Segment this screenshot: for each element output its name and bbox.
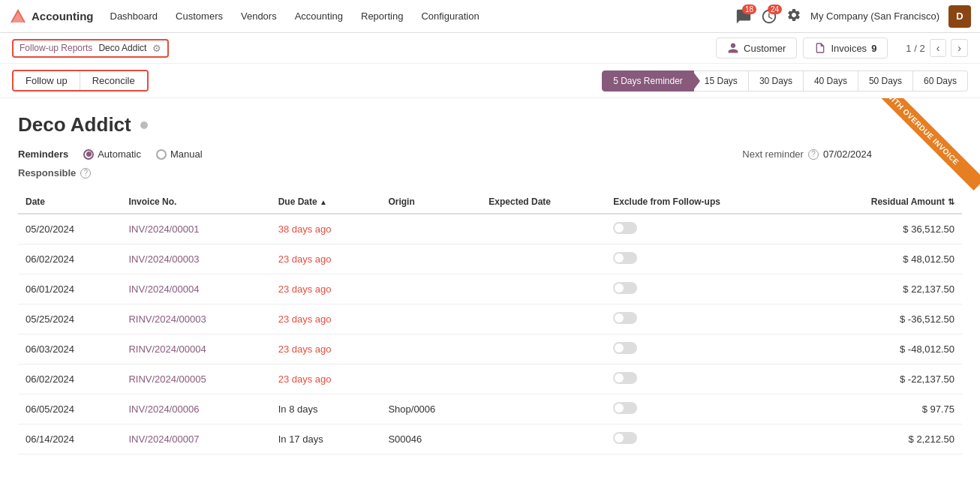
cell-origin: Shop/0006 [380, 394, 481, 424]
cell-date: 06/05/2024 [18, 394, 121, 424]
breadcrumb: Follow-up Reports Deco Addict ⚙ [12, 39, 169, 58]
exclude-toggle[interactable] [613, 402, 637, 414]
activities-button[interactable]: 24 [761, 8, 777, 25]
tab-15-days[interactable]: 15 Days [694, 70, 749, 92]
nav-vendors[interactable]: Vendors [233, 8, 284, 25]
cell-origin [380, 244, 481, 274]
col-date: Date [18, 190, 121, 214]
radio-automatic[interactable]: Automatic [83, 148, 141, 160]
cell-due-date: In 17 days [271, 424, 381, 454]
tab-50-days[interactable]: 50 Days [858, 70, 913, 92]
invoice-link[interactable]: RINV/2024/00004 [128, 344, 206, 355]
nav-accounting[interactable]: Accounting [287, 8, 350, 25]
invoices-button[interactable]: Invoices 9 [803, 38, 888, 58]
breadcrumb-parent-link[interactable]: Follow-up Reports [20, 43, 92, 53]
cell-invoice-no[interactable]: INV/2024/00001 [121, 214, 270, 244]
next-reminder-label: Next reminder [742, 148, 804, 160]
invoice-link[interactable]: INV/2024/00007 [128, 434, 199, 445]
exclude-toggle[interactable] [613, 222, 637, 234]
cell-date: 06/01/2024 [18, 274, 121, 304]
exclude-toggle[interactable] [613, 432, 637, 444]
cell-expected-date [481, 394, 606, 424]
customer-header: Deco Addict [18, 113, 962, 136]
cell-expected-date [481, 304, 606, 334]
gear-settings-icon[interactable]: ⚙ [152, 43, 161, 54]
nav-reporting[interactable]: Reporting [353, 8, 410, 25]
exclude-toggle[interactable] [613, 372, 637, 384]
cell-expected-date [481, 334, 606, 364]
cell-origin [380, 214, 481, 244]
exclude-toggle[interactable] [613, 252, 637, 264]
nav-dashboard[interactable]: Dashboard [103, 8, 166, 25]
help-icon-responsible[interactable]: ? [80, 168, 91, 178]
table-row: 06/05/2024 INV/2024/00006 In 8 days Shop… [18, 394, 962, 424]
cell-invoice-no[interactable]: RINV/2024/00004 [121, 334, 270, 364]
tab-40-days[interactable]: 40 Days [804, 70, 858, 92]
prev-page-button[interactable]: ‹ [930, 39, 947, 57]
table-row: 06/03/2024 RINV/2024/00004 23 days ago $… [18, 334, 962, 364]
col-origin: Origin [380, 190, 481, 214]
responsible-label: Responsible [18, 167, 76, 178]
cell-due-date: 23 days ago [271, 244, 381, 274]
cell-due-date: In 8 days [271, 394, 381, 424]
invoice-link[interactable]: RINV/2024/00003 [128, 314, 206, 325]
invoice-table: Date Invoice No. Due Date ▲ Origin Expec… [18, 190, 962, 454]
cell-invoice-no[interactable]: RINV/2024/00005 [121, 364, 270, 394]
col-expected-date: Expected Date [481, 190, 606, 214]
col-due-date[interactable]: Due Date ▲ [271, 190, 381, 214]
invoice-link[interactable]: INV/2024/00001 [128, 224, 199, 235]
person-icon [727, 42, 739, 54]
cell-exclude[interactable] [606, 334, 803, 364]
activities-badge: 24 [768, 4, 782, 14]
customer-button[interactable]: Customer [716, 38, 797, 58]
cell-exclude[interactable] [606, 214, 803, 244]
cell-residual: $ 22,137.50 [803, 274, 962, 304]
invoice-link[interactable]: INV/2024/00003 [128, 254, 199, 265]
table-row: 05/25/2024 RINV/2024/00003 23 days ago $… [18, 304, 962, 334]
app-logo[interactable]: Accounting [9, 8, 94, 26]
cell-invoice-no[interactable]: RINV/2024/00003 [121, 304, 270, 334]
invoice-icon [814, 42, 826, 54]
cell-exclude[interactable] [606, 424, 803, 454]
invoice-link[interactable]: INV/2024/00004 [128, 284, 199, 295]
top-nav: Accounting Dashboard Customers Vendors A… [0, 0, 980, 33]
table-row: 06/02/2024 RINV/2024/00005 23 days ago $… [18, 364, 962, 394]
messages-badge: 18 [742, 4, 756, 14]
cell-invoice-no[interactable]: INV/2024/00003 [121, 244, 270, 274]
reminders-row: Reminders Automatic Manual Next reminder… [18, 148, 962, 160]
nav-configuration[interactable]: Configuration [413, 8, 486, 25]
cell-residual: $ 97.75 [803, 394, 962, 424]
nav-customers[interactable]: Customers [168, 8, 230, 25]
col-exclude: Exclude from Follow-ups [606, 190, 803, 214]
cell-exclude[interactable] [606, 364, 803, 394]
follow-up-button[interactable]: Follow up [14, 71, 80, 90]
cell-exclude[interactable] [606, 304, 803, 334]
tab-30-days[interactable]: 30 Days [749, 70, 804, 92]
cell-due-date: 23 days ago [271, 334, 381, 364]
messages-button[interactable]: 18 [735, 8, 752, 25]
residual-sort-icon[interactable]: ⇅ [948, 197, 954, 207]
exclude-toggle[interactable] [613, 342, 637, 354]
cell-exclude[interactable] [606, 394, 803, 424]
cell-exclude[interactable] [606, 244, 803, 274]
reconcile-button[interactable]: Reconcile [80, 71, 147, 90]
settings-icon[interactable] [786, 8, 801, 25]
cell-date: 06/02/2024 [18, 244, 121, 274]
exclude-toggle[interactable] [613, 312, 637, 324]
avatar[interactable]: D [948, 5, 971, 28]
radio-manual[interactable]: Manual [156, 148, 203, 160]
cell-expected-date [481, 424, 606, 454]
invoice-link[interactable]: RINV/2024/00005 [128, 374, 206, 385]
cell-exclude[interactable] [606, 274, 803, 304]
tab-60-days[interactable]: 60 Days [913, 70, 968, 92]
next-page-button[interactable]: › [951, 39, 968, 57]
cell-invoice-no[interactable]: INV/2024/00004 [121, 274, 270, 304]
cell-invoice-no[interactable]: INV/2024/00006 [121, 394, 270, 424]
cell-invoice-no[interactable]: INV/2024/00007 [121, 424, 270, 454]
help-icon[interactable]: ? [808, 149, 819, 160]
reminder-tabs: 5 Days Reminder 15 Days 30 Days 40 Days … [602, 70, 968, 92]
invoice-link[interactable]: INV/2024/00006 [128, 404, 199, 415]
col-residual: Residual Amount ⇅ [803, 190, 962, 214]
tab-5-days[interactable]: 5 Days Reminder [602, 70, 694, 92]
exclude-toggle[interactable] [613, 282, 637, 294]
